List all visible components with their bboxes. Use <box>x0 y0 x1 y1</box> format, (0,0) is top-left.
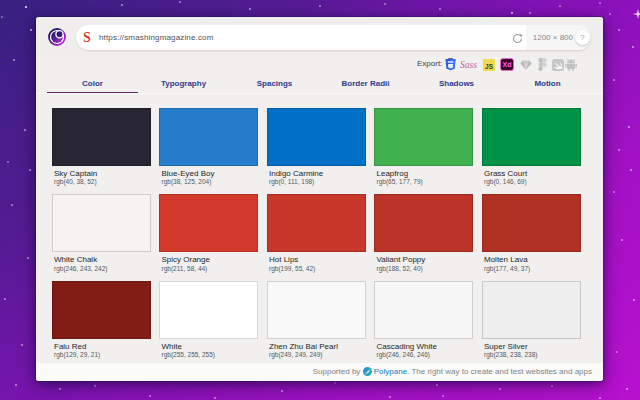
svg-text:JS: JS <box>485 63 494 70</box>
svg-text:Sass: Sass <box>460 60 477 70</box>
svg-text:Xd: Xd <box>503 61 512 68</box>
